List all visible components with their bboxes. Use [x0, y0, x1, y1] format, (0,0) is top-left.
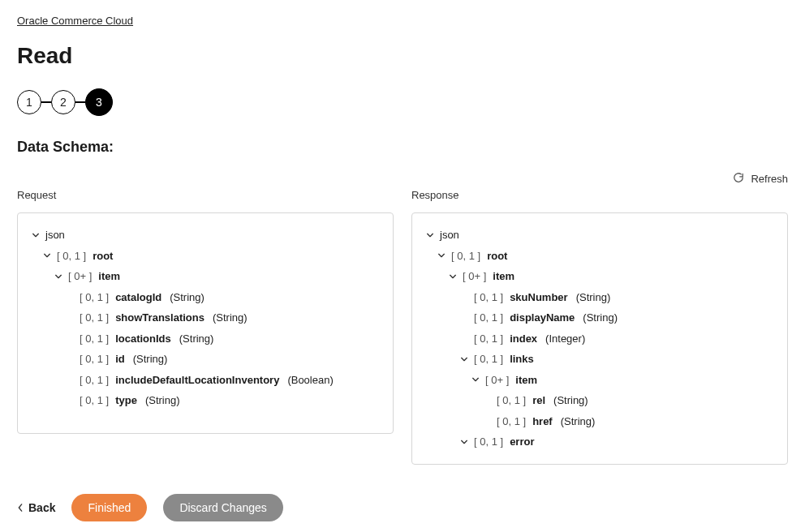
chevron-down-icon[interactable]	[459, 355, 469, 363]
chevron-left-icon	[17, 501, 24, 514]
node-name[interactable]: index	[510, 331, 537, 347]
cardinality-label: [ 0, 1 ]	[80, 331, 109, 347]
cardinality-label: [ 0, 1 ]	[57, 248, 86, 264]
request-header: Request	[17, 189, 394, 201]
finished-button[interactable]: Finished	[71, 494, 147, 521]
discard-button[interactable]: Discard Changes	[163, 494, 282, 521]
stepper: 123	[17, 88, 788, 116]
node-name[interactable]: id	[115, 351, 125, 367]
refresh-icon	[733, 172, 744, 186]
page-title: Read	[17, 43, 788, 69]
node-name[interactable]: item	[515, 372, 537, 388]
node-name[interactable]: root	[487, 248, 507, 264]
node-name[interactable]: displayName	[510, 310, 575, 326]
cardinality-label: [ 0, 1 ]	[497, 393, 526, 409]
node-name[interactable]: links	[510, 351, 534, 367]
request-schema-box: json[ 0, 1 ]root[ 0+ ]item[ 0, 1 ]catalo…	[17, 212, 394, 434]
node-type: (String)	[576, 290, 611, 306]
node-name[interactable]: rel	[532, 393, 545, 409]
back-button[interactable]: Back	[17, 501, 55, 514]
node-type: (String)	[170, 290, 204, 306]
cardinality-label: [ 0, 1 ]	[474, 290, 503, 306]
cardinality-label: [ 0+ ]	[485, 372, 509, 388]
node-type: (String)	[145, 393, 180, 409]
cardinality-label: [ 0+ ]	[463, 268, 486, 285]
cardinality-label: [ 0+ ]	[68, 268, 92, 285]
chevron-down-icon[interactable]	[448, 272, 458, 281]
cardinality-label: [ 0, 1 ]	[451, 248, 480, 264]
step-connector	[41, 101, 51, 103]
chevron-down-icon[interactable]	[459, 438, 469, 446]
chevron-down-icon[interactable]	[425, 231, 435, 239]
node-name[interactable]: item	[98, 268, 120, 285]
back-label: Back	[28, 501, 55, 514]
chevron-down-icon[interactable]	[437, 251, 446, 260]
refresh-button[interactable]: Refresh	[733, 172, 788, 186]
node-name[interactable]: error	[510, 434, 534, 450]
node-name[interactable]: skuNumber	[510, 290, 568, 306]
section-title: Data Schema:	[17, 139, 788, 156]
response-schema-box: json[ 0, 1 ]root[ 0+ ]item[ 0, 1 ]skuNum…	[411, 212, 788, 465]
node-name[interactable]: locationIds	[115, 331, 171, 347]
node-name[interactable]: item	[493, 268, 514, 285]
cardinality-label: [ 0, 1 ]	[474, 310, 503, 326]
node-type: (String)	[561, 414, 596, 430]
node-name[interactable]: showTranslations	[115, 310, 204, 326]
node-name[interactable]: href	[532, 414, 553, 430]
node-type: (Boolean)	[287, 372, 333, 388]
cardinality-label: [ 0, 1 ]	[474, 434, 503, 450]
breadcrumb[interactable]: Oracle Commerce Cloud	[17, 15, 133, 27]
cardinality-label: [ 0, 1 ]	[80, 290, 109, 306]
step-connector	[75, 101, 85, 103]
cardinality-label: [ 0, 1 ]	[80, 372, 109, 388]
chevron-down-icon[interactable]	[31, 231, 41, 239]
cardinality-label: [ 0, 1 ]	[80, 351, 109, 367]
response-header: Response	[411, 189, 788, 201]
node-name[interactable]: type	[115, 393, 137, 409]
tree-root-label[interactable]: json	[45, 227, 65, 243]
chevron-down-icon[interactable]	[42, 251, 52, 260]
cardinality-label: [ 0, 1 ]	[80, 310, 109, 326]
node-name[interactable]: catalogId	[115, 290, 161, 306]
chevron-down-icon[interactable]	[54, 272, 63, 281]
refresh-label: Refresh	[751, 173, 788, 185]
node-type: (String)	[213, 310, 248, 326]
cardinality-label: [ 0, 1 ]	[497, 414, 526, 430]
node-type: (String)	[553, 393, 588, 409]
step-2[interactable]: 2	[51, 90, 75, 114]
node-type: (String)	[583, 310, 618, 326]
step-1[interactable]: 1	[17, 90, 41, 114]
node-name[interactable]: includeDefaultLocationInventory	[115, 372, 279, 388]
node-type: (Integer)	[545, 331, 585, 347]
cardinality-label: [ 0, 1 ]	[80, 393, 109, 409]
node-name[interactable]: root	[93, 248, 113, 264]
step-3[interactable]: 3	[85, 88, 113, 116]
cardinality-label: [ 0, 1 ]	[474, 331, 503, 347]
cardinality-label: [ 0, 1 ]	[474, 351, 503, 367]
node-type: (String)	[179, 331, 214, 347]
chevron-down-icon[interactable]	[471, 375, 480, 384]
node-type: (String)	[133, 351, 168, 367]
tree-root-label[interactable]: json	[440, 227, 459, 243]
